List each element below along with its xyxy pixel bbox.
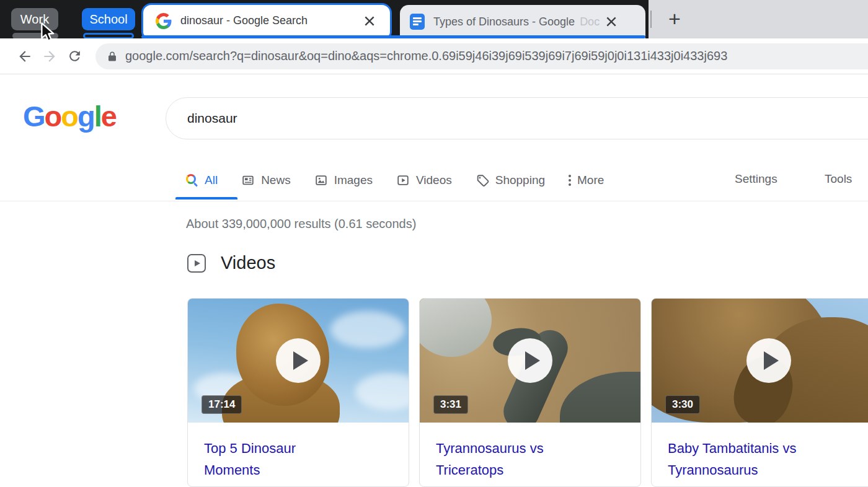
video-thumbnail[interactable]: 3:30 <box>652 299 868 423</box>
nav-tab-videos[interactable]: Videos <box>396 173 452 187</box>
address-bar[interactable]: google.com/search?q=dinosaur&oq=dino&aqs… <box>95 43 868 69</box>
search-results-page: Google dinosaur All News <box>0 74 868 487</box>
video-card[interactable]: 3:30 Baby Tambatitanis vs Tyrannosaurus <box>651 298 868 487</box>
screen: Work School dinosaur - Google Search Typ… <box>0 0 868 487</box>
search-icon <box>186 174 198 186</box>
news-icon <box>241 173 255 187</box>
nav-tab-more[interactable]: More <box>569 173 604 187</box>
video-title-text: Top 5 Dinosaur Moments <box>204 437 339 481</box>
shopping-tag-icon <box>476 173 489 187</box>
nav-label: Images <box>334 173 373 187</box>
browser-toolbar: google.com/search?q=dinosaur&oq=dino&aqs… <box>0 38 868 74</box>
tab-group-school-label: School <box>89 12 127 27</box>
divider <box>0 201 868 201</box>
video-title-link[interactable]: Baby Tambatitanis vs Tyrannosaurus <box>652 423 819 481</box>
new-tab-button[interactable]: + <box>661 5 688 32</box>
tab-strip: Work School dinosaur - Google Search Typ… <box>0 0 868 38</box>
logo-letter: o <box>45 99 61 133</box>
mouse-cursor <box>40 22 58 42</box>
video-title-link[interactable]: Top 5 Dinosaur Moments <box>188 423 355 481</box>
close-tab-icon[interactable] <box>603 14 619 30</box>
video-duration-badge: 3:31 <box>433 395 468 414</box>
logo-letter: l <box>94 99 101 133</box>
videos-icon <box>396 173 410 187</box>
lock-icon <box>107 50 118 63</box>
tab-types-of-dinosaurs[interactable]: Types of Dinosaurs - Google Doc <box>400 5 645 38</box>
google-g-icon <box>156 13 172 29</box>
search-query-text: dinosaur <box>187 111 237 126</box>
play-button-icon[interactable] <box>746 338 791 383</box>
more-dots-icon <box>569 175 571 186</box>
results-nav: All News Images <box>175 166 604 195</box>
results-stats: About 339,000,000 results (0.61 seconds) <box>186 217 416 231</box>
video-title-text: Tyrannosaurus vs Triceratops <box>436 437 571 481</box>
url-text: google.com/search?q=dinosaur&oq=dino&aqs… <box>125 49 727 63</box>
nav-label: Shopping <box>495 173 545 187</box>
close-tab-icon[interactable] <box>361 13 378 29</box>
video-thumbnail[interactable]: 3:31 <box>420 299 640 423</box>
forward-button[interactable] <box>37 44 62 69</box>
logo-letter: G <box>23 99 45 133</box>
video-duration-badge: 17:14 <box>202 395 242 414</box>
video-cards-row: 17:14 Top 5 Dinosaur Moments 3:31 Tyrann… <box>187 298 868 487</box>
nav-label: All <box>205 173 218 187</box>
logo-letter: g <box>78 99 94 133</box>
videos-section-title: Videos <box>221 253 275 273</box>
video-card[interactable]: 17:14 Top 5 Dinosaur Moments <box>187 298 409 487</box>
tab-title: dinosaur - Google Search <box>180 14 361 27</box>
nav-label: More <box>577 173 604 187</box>
video-duration-badge: 3:30 <box>665 395 700 414</box>
google-logo[interactable]: Google <box>23 99 116 133</box>
nav-label: News <box>261 173 291 187</box>
video-title-text: Baby Tambatitanis vs Tyrannosaurus <box>668 437 803 481</box>
nav-tab-shopping[interactable]: Shopping <box>476 173 545 187</box>
active-tab-underline <box>175 197 237 200</box>
tools-link[interactable]: Tools <box>825 172 852 186</box>
search-input[interactable]: dinosaur <box>166 97 868 139</box>
reload-button[interactable] <box>62 44 87 69</box>
nav-label: Videos <box>416 173 452 187</box>
play-button-icon[interactable] <box>276 338 321 383</box>
video-thumbnail[interactable]: 17:14 <box>188 299 409 423</box>
google-docs-icon <box>410 14 425 30</box>
nav-tab-images[interactable]: Images <box>314 173 373 187</box>
tab-title-overflow: Doc <box>580 15 600 29</box>
tab-dinosaur-search[interactable]: dinosaur - Google Search <box>141 3 392 38</box>
settings-link[interactable]: Settings <box>735 172 777 186</box>
logo-letter: o <box>61 99 78 133</box>
video-title-link[interactable]: Tyrannosaurus vs Triceratops <box>420 423 587 481</box>
tab-separator <box>650 11 652 28</box>
play-button-icon[interactable] <box>508 338 552 383</box>
back-button[interactable] <box>12 44 37 69</box>
videos-section-header: Videos <box>187 253 275 273</box>
images-icon <box>314 173 328 187</box>
nav-tab-news[interactable]: News <box>241 173 291 187</box>
tab-group-chip-school[interactable]: School <box>82 8 135 30</box>
video-section-icon <box>187 254 206 273</box>
logo-letter: e <box>101 99 116 133</box>
tab-title: Types of Dinosaurs - Google <box>433 15 575 29</box>
video-card[interactable]: 3:31 Tyrannosaurus vs Triceratops <box>419 298 641 487</box>
nav-tab-all[interactable]: All <box>186 173 218 187</box>
